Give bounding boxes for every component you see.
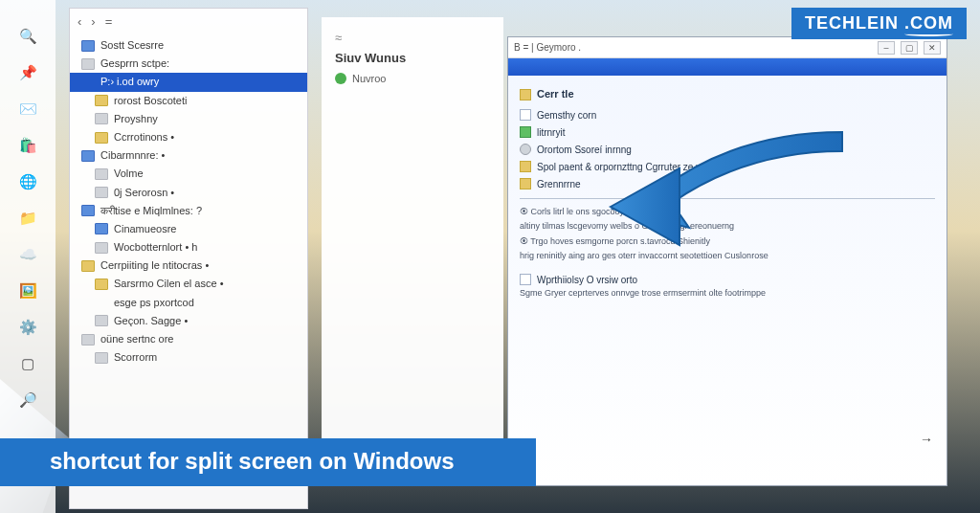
tree-item[interactable]: करीtise e Miqlmlnes: ? <box>70 202 307 220</box>
tree-item-label: oüne sertnc ore <box>100 333 173 346</box>
tree-item[interactable]: Sostt Scesrre <box>70 36 307 55</box>
tree-item-label: esge ps pxortcod <box>114 297 194 309</box>
page-icon <box>520 89 531 100</box>
list-item[interactable]: Grennrrne <box>520 175 935 192</box>
mail-icon[interactable]: ✉️ <box>18 100 37 119</box>
arrow-right-icon: → <box>920 432 933 447</box>
minimize-button[interactable]: – <box>878 41 895 55</box>
grey-icon <box>95 187 108 198</box>
tree-item-label: 0j Serorosn • <box>114 187 174 199</box>
body-text: altiny tilmas lscgevomy welbs o Gäeruorl… <box>520 219 935 234</box>
tree-item[interactable]: Sarsrmo Cilen el asce • <box>70 275 307 293</box>
tree-item-label: Wocbotternlort • h <box>114 241 197 254</box>
tree-item[interactable]: Proyshny <box>70 110 307 128</box>
search-icon[interactable]: 🔍 <box>18 27 37 46</box>
tree-item[interactable]: Cinamueosre <box>70 220 307 238</box>
folder-icon <box>81 260 95 272</box>
tree-item[interactable]: Scorrorm <box>70 348 307 367</box>
folder-icon <box>520 178 531 190</box>
cloud-icon[interactable]: ☁️ <box>18 245 37 264</box>
grey-icon <box>81 58 95 70</box>
back-icon[interactable]: ‹ <box>78 14 81 29</box>
tree-item[interactable]: Wocbotternlort • h <box>70 238 307 256</box>
tree-item[interactable]: Ccrrotinons • <box>70 128 307 146</box>
maximize-button[interactable]: ▢ <box>901 41 918 55</box>
section3-head: Wprthiiolsy O vrsiw orto <box>537 275 637 285</box>
tree-item[interactable]: P:› i.od owry <box>70 73 307 91</box>
list-item-label: litrnryit <box>537 127 565 138</box>
folder-icon <box>95 132 108 144</box>
tree-item[interactable]: Geçon. Sagge • <box>70 312 307 330</box>
list-item[interactable]: litrnryit <box>520 123 935 141</box>
radio-icon[interactable]: ⦿ <box>520 207 531 216</box>
tree-item[interactable]: oüne sertnc ore <box>70 330 307 348</box>
list-item[interactable]: Orortom Ssoreí inrnng <box>520 141 935 158</box>
mid-title: Siuv Wunus <box>335 51 490 65</box>
search2-icon[interactable]: 🔎 <box>18 390 37 410</box>
mid-sub: Nuvroo <box>352 73 386 84</box>
store-icon[interactable]: 🛍️ <box>18 136 37 155</box>
box-icon <box>520 109 531 121</box>
tree-item[interactable]: Cibarmnnre: • <box>70 146 307 165</box>
taskbar: 🔍 📌 ✉️ 🛍️ 🌐 📁 ☁️ 🖼️ ⚙️ ▢ 🔎 <box>0 0 56 513</box>
tree-item[interactable]: Gesprrn sctpe: <box>70 55 307 73</box>
terminal-icon[interactable]: ▢ <box>18 354 37 373</box>
folder-icon <box>95 279 108 290</box>
tree-item-label: Gesprrn sctpe: <box>100 57 169 70</box>
caption-text: shortcut for split screen on Windows <box>50 448 454 474</box>
right-window: B = | Geymoro . – ▢ ✕ Cerr tle Gemsthy c… <box>507 36 947 486</box>
status-dot-icon <box>335 73 346 84</box>
tree: Sostt ScesrreGesprrn sctpe:P:› i.od owry… <box>70 34 307 372</box>
grey-icon <box>95 315 108 326</box>
tree-item-label: Geçon. Sagge • <box>114 315 188 327</box>
list-item-label: Gemsthy corn <box>537 110 596 121</box>
tree-item[interactable]: esge ps pxortcod <box>70 294 307 312</box>
list-item-label: Orortom Ssoreí inrnng <box>537 145 632 155</box>
tree-item-label: Cibarmnnre: • <box>100 149 165 162</box>
tree-item[interactable]: rorost Boscoteti <box>70 92 307 110</box>
ribbon <box>508 58 947 76</box>
tree-item-label: Cerrpiiting le ntitocras • <box>100 259 209 272</box>
right-content: Cerr tle Gemsthy cornlitrnryitOrortom Ss… <box>508 76 947 485</box>
caption-bar: shortcut for split screen on Windows <box>0 438 536 486</box>
gear-icon <box>520 144 531 155</box>
photos-icon[interactable]: 🖼️ <box>18 281 37 301</box>
tree-item-label: Ccrrotinons • <box>114 131 174 144</box>
titlebar: B = | Geymoro . – ▢ ✕ <box>508 37 947 58</box>
grey-icon <box>95 168 108 180</box>
list-item-label: Spol paent & orpornzttng Cgrruter ze vec… <box>537 162 716 172</box>
edge-icon[interactable]: 🌐 <box>18 172 37 191</box>
body-text: ⦿ Corls litrl le ons sgocooyors of espeç… <box>520 205 935 219</box>
pin-icon[interactable]: 📌 <box>18 63 37 82</box>
tree-item-label: Volme <box>114 167 144 180</box>
window-title: B = | Geymoro . <box>514 42 581 53</box>
close-button[interactable]: ✕ <box>924 41 941 55</box>
tree-item-label: Scorrorm <box>114 351 157 364</box>
tree-item[interactable]: Volme <box>70 165 307 183</box>
mid-row: Nuvroo <box>335 73 490 84</box>
fwd-icon[interactable]: › <box>91 14 95 29</box>
blue-icon <box>81 150 95 162</box>
menu-icon[interactable]: = <box>105 14 113 29</box>
left-panel-toolbar: ‹ › = <box>70 9 307 34</box>
tree-item[interactable]: Cerrpiiting le ntitocras • <box>70 256 307 275</box>
tree-item-label: करीtise e Miqlmlnes: ? <box>100 205 202 217</box>
blue-icon <box>95 223 108 234</box>
watermark-part1: TECHLEIN <box>805 13 899 33</box>
tree-item-label: Sarsrmo Cilen el asce • <box>114 278 224 290</box>
blue-icon <box>81 40 95 52</box>
middle-panel: ≈ Siuv Wunus Nuvroo <box>322 17 503 477</box>
list-item[interactable]: Gemsthy corn <box>520 106 935 123</box>
folder-icon <box>520 161 531 172</box>
radio-icon[interactable]: ⦿ <box>520 236 530 246</box>
body-text: ⦿ Trgo hoves esmgorne porcn s.tavrocd Sh… <box>520 234 935 249</box>
watermark-part2: .COM <box>904 13 953 33</box>
separator <box>520 198 935 199</box>
tree-item[interactable]: 0j Serorosn • <box>70 184 307 202</box>
settings-icon[interactable]: ⚙️ <box>18 318 37 337</box>
explorer-icon[interactable]: 📁 <box>18 209 37 228</box>
list-item[interactable]: Spol paent & orpornzttng Cgrruter ze vec… <box>520 158 935 175</box>
green-icon <box>520 126 531 138</box>
grey-icon <box>95 113 108 124</box>
watermark: TECHLEIN .COM <box>791 8 967 39</box>
